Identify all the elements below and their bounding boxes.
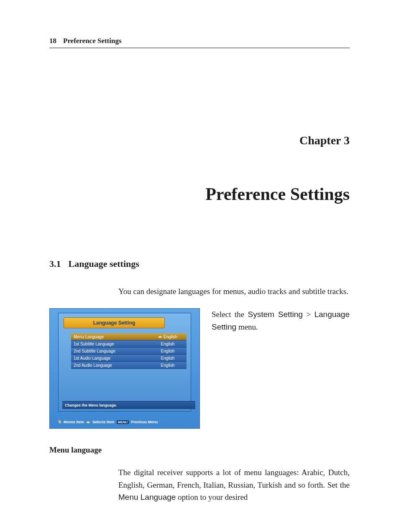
- osd-hint-bar: ⇅ Moves Item ◂▸ Selects Item MENU Previo…: [58, 420, 191, 424]
- osd-value[interactable]: English: [149, 355, 187, 362]
- menu-key-icon: MENU: [117, 420, 129, 424]
- body-text: option to your desired: [176, 493, 248, 501]
- section-title: Language settings: [69, 258, 139, 269]
- osd-panel: Language Setting Menu Language ◂▸ Englis…: [58, 313, 191, 412]
- osd-settings-table: Menu Language ◂▸ English 1st Subtitle La…: [71, 333, 187, 369]
- up-down-arrows-icon: ⇅: [58, 420, 61, 424]
- hint-selects: Selects Item: [92, 420, 115, 424]
- osd-value-text: English: [164, 335, 177, 339]
- osd-row-1st-subtitle[interactable]: 1st Subtitle Language English: [71, 340, 187, 348]
- option-name-menu-language: Menu Language: [118, 493, 176, 501]
- osd-row-2nd-subtitle[interactable]: 2nd Subtitle Language English: [71, 348, 187, 355]
- osd-row-2nd-audio[interactable]: 2nd Audio Language English: [71, 362, 187, 369]
- body-text: The digital receiver supports a lot of m…: [118, 468, 350, 489]
- osd-label: 2nd Subtitle Language: [71, 348, 149, 355]
- osd-value[interactable]: English: [149, 340, 187, 348]
- section-number: 3.1: [49, 258, 61, 269]
- side-text-lead: Select the: [212, 310, 248, 319]
- section-heading: 3.1 Language settings: [49, 258, 350, 269]
- hint-moves: Moves Item: [64, 420, 84, 424]
- page-number: 18: [49, 37, 56, 45]
- osd-status-bar: Changes the Menu language.: [62, 401, 195, 409]
- hint-previous: Previous Menu: [131, 420, 158, 424]
- side-text-tail: menu.: [236, 322, 258, 331]
- osd-label: 1st Subtitle Language: [71, 340, 149, 348]
- chapter-label: Chapter 3: [49, 134, 350, 147]
- subsection-body: The digital receiver supports a lot of m…: [118, 466, 350, 503]
- language-setting-screenshot: Language Setting Menu Language ◂▸ Englis…: [49, 308, 200, 429]
- osd-label: Menu Language: [71, 333, 149, 340]
- osd-row-menu-language[interactable]: Menu Language ◂▸ English: [71, 333, 187, 340]
- section-intro: You can designate languages for menus, a…: [118, 285, 350, 297]
- figure-side-text: Select the System Setting > Language Set…: [212, 308, 350, 333]
- left-right-arrows-icon: ◂▸: [86, 420, 90, 424]
- left-right-arrows-icon: ◂▸: [158, 335, 162, 339]
- chapter-title: Preference Settings: [49, 184, 350, 204]
- osd-row-1st-audio[interactable]: 1st Audio Language English: [71, 355, 187, 362]
- running-header: 18 Preference Settings: [49, 37, 350, 48]
- running-title: Preference Settings: [63, 37, 122, 45]
- osd-value[interactable]: English: [149, 362, 187, 369]
- osd-label: 1st Audio Language: [71, 355, 149, 362]
- subsection-heading-menu-language: Menu language: [49, 445, 350, 455]
- osd-value[interactable]: ◂▸ English: [149, 333, 187, 340]
- greater-than-icon: >: [303, 310, 315, 319]
- osd-titlebar: Language Setting: [64, 317, 165, 328]
- osd-value[interactable]: English: [149, 348, 187, 355]
- menu-path-system-setting: System Setting: [248, 310, 302, 319]
- osd-label: 2nd Audio Language: [71, 362, 149, 369]
